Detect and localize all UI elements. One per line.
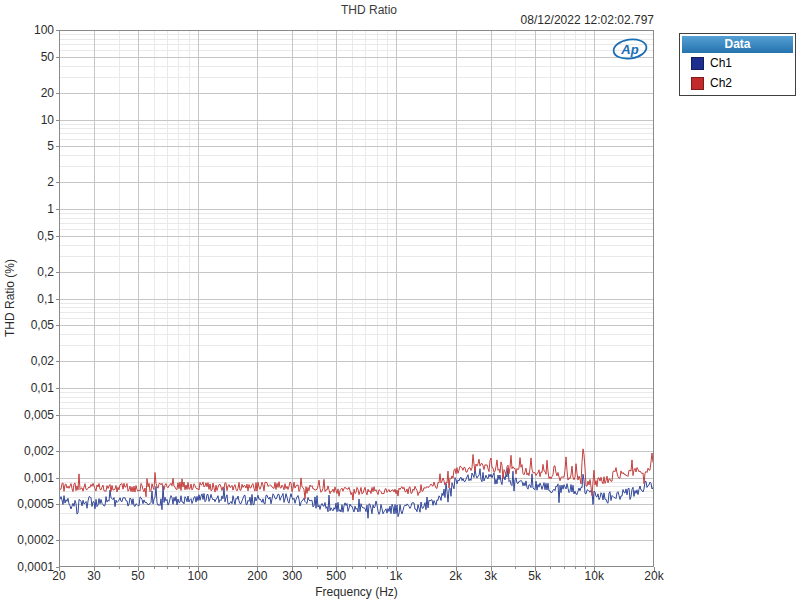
y-tick-label: 0,01 [0, 381, 54, 395]
x-tick-label: 300 [270, 569, 314, 583]
legend-item-ch2[interactable]: Ch2 [682, 73, 793, 93]
x-tick-label: 5k [513, 569, 557, 583]
legend-panel: Data Ch1 Ch2 [679, 33, 796, 96]
ap-logo-icon: Ap [610, 36, 650, 62]
y-tick-label: 0,5 [0, 229, 54, 243]
y-tick-label: 0,0002 [0, 533, 54, 547]
ch1-color-swatch [691, 57, 704, 70]
y-tick-label: 1 [0, 202, 54, 216]
legend-header[interactable]: Data [682, 36, 793, 53]
y-tick-label: 0,002 [0, 444, 54, 458]
x-axis-title: Frequency (Hz) [59, 585, 654, 599]
ch2-color-swatch [691, 77, 704, 90]
x-tick-label: 10k [572, 569, 616, 583]
y-tick-label: 0,0001 [0, 560, 54, 574]
x-tick-label: 30 [72, 569, 116, 583]
y-tick-label: 0,005 [0, 408, 54, 422]
x-tick-label: 1k [374, 569, 418, 583]
y-tick-label: 50 [0, 50, 54, 64]
y-tick-label: 0,2 [0, 265, 54, 279]
y-tick-label: 0,1 [0, 292, 54, 306]
app-window: THD Ratio 08/12/2022 12:02:02.797 THD Ra… [0, 0, 800, 600]
ch1-label: Ch1 [710, 56, 732, 70]
y-tick-label: 5 [0, 139, 54, 153]
x-tick-label: 3k [469, 569, 513, 583]
x-tick-label: 500 [314, 569, 358, 583]
x-tick-label: 100 [176, 569, 220, 583]
y-tick-label: 20 [0, 86, 54, 100]
ch2-label: Ch2 [710, 76, 732, 90]
timestamp: 08/12/2022 12:02:02.797 [354, 13, 654, 27]
y-tick-label: 0,001 [0, 471, 54, 485]
y-tick-label: 0,02 [0, 354, 54, 368]
ap-logo-text: Ap [620, 42, 638, 57]
x-tick-label: 50 [116, 569, 160, 583]
y-tick-label: 0,05 [0, 318, 54, 332]
y-tick-label: 10 [0, 113, 54, 127]
legend-item-ch1[interactable]: Ch1 [682, 53, 793, 73]
y-tick-label: 100 [0, 23, 54, 37]
y-tick-label: 2 [0, 175, 54, 189]
y-tick-label: 0,0005 [0, 497, 54, 511]
x-tick-label: 20k [632, 569, 676, 583]
